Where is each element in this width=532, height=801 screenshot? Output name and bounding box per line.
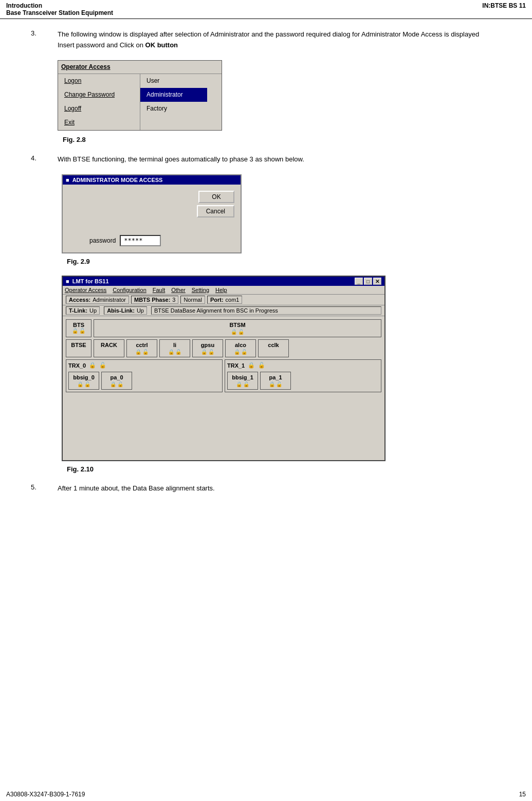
trx0-panel: TRX_0 🔒 🔓 bbsig_0 🔒 🔓 — [66, 359, 223, 392]
bbsig0-icons: 🔒 🔓 — [77, 381, 90, 387]
fig210-access-value: Administrator — [93, 297, 126, 303]
fig210-normal-cell: Normal — [180, 296, 205, 304]
fig210-db-text: BTSE DataBase Alignment from BSC in Prog… — [154, 307, 278, 314]
alco-box: alco 🔒 🔓 — [225, 339, 256, 357]
trx0-lock-icon: 🔒 — [89, 362, 96, 369]
fig210-menu-operator-access[interactable]: Operator Access — [65, 287, 106, 293]
bts-icons: 🔒 🔓 — [72, 328, 85, 334]
li-icons: 🔒 🔓 — [168, 349, 181, 355]
btsm-lock-icon: 🔒 — [231, 329, 237, 335]
li-label: li — [173, 342, 176, 348]
fig210-titlebar-controls: _ □ ✕ — [355, 278, 381, 285]
fig210-link-bar: T-Link: Up Abis-Link: Up BTSE DataBase A… — [63, 305, 384, 316]
fig210-mbts-cell: MBTS Phase: 3 — [131, 296, 178, 304]
step-3-text1: The following window is displayed after … — [58, 30, 479, 38]
trx0-sub-row: bbsig_0 🔒 🔓 pa_0 🔒 — [68, 372, 220, 390]
fig210-menu-fault[interactable]: Fault — [153, 287, 165, 293]
fig210-status-bar: Access: Administrator MBTS Phase: 3 Norm… — [63, 295, 384, 305]
bbsig0-lock-icon: 🔒 — [77, 381, 83, 387]
fig210-menu-setting[interactable]: Setting — [192, 287, 209, 293]
fig210-titlebar-icon: ■ — [66, 278, 69, 284]
fig28-logoff[interactable]: Logoff — [58, 102, 140, 116]
step-3-number: 3. — [31, 29, 47, 149]
li-lock-icon: 🔒 — [168, 349, 174, 355]
equipment-grid: BTS 🔒 🔓 BTSM 🔒 🔓 — [66, 319, 381, 425]
bbsig1-label: bbsig_1 — [232, 374, 253, 380]
bts-unlock-icon: 🔓 — [79, 328, 85, 334]
fig28-logon[interactable]: Logon — [58, 74, 140, 88]
header-right-title: IN:BTSE BS 11 — [482, 2, 526, 16]
fig29-titlebar: ■ ADMINISTRATOR MODE ACCESS — [63, 175, 241, 185]
page-header: Introduction Base Transceiver Station Eq… — [0, 0, 532, 19]
step-4-text-content: With BTSE functioning, the terminal goes… — [58, 155, 304, 163]
trx0-label: TRX_0 — [68, 362, 86, 369]
step-4-number: 4. — [31, 154, 47, 165]
fig29-buttons: OK Cancel — [69, 191, 234, 220]
pa1-box: pa_1 🔒 🔓 — [260, 372, 291, 390]
rack-box: RACK — [94, 339, 124, 357]
step-3-text2-bold: OK button — [145, 41, 178, 49]
bbsig1-lock-icon: 🔒 — [236, 381, 242, 387]
fig210-menubar: Operator Access Configuration Fault Othe… — [63, 286, 384, 295]
trx1-lock-icon: 🔒 — [248, 362, 255, 369]
trx1-header: TRX_1 🔒 🔓 — [227, 362, 379, 369]
fig210-access-cell: Access: Administrator — [66, 296, 129, 304]
figure-2-10-wrap: ■ LMT for BS11 _ □ ✕ Operator Access Con… — [62, 276, 501, 473]
step-3-text2: Insert password and Click on — [58, 41, 145, 49]
fig28-exit[interactable]: Exit — [58, 116, 140, 130]
fig29-body: OK Cancel password ***** — [63, 185, 241, 252]
fig210-mbts-value: 3 — [172, 297, 175, 303]
fig210-title: LMT for BS11 — [72, 278, 109, 284]
btsm-unlock-icon: 🔓 — [238, 329, 244, 335]
fig210-port-label: Port: — [210, 297, 224, 303]
fig29-admin-dialog: ■ ADMINISTRATOR MODE ACCESS OK Cancel pa… — [62, 174, 242, 253]
fig29-password-field[interactable]: ***** — [120, 235, 161, 246]
fig210-menu-other[interactable]: Other — [171, 287, 186, 293]
step-5: 5. After 1 minute about, the Data Base a… — [31, 483, 501, 494]
fig29-ok-button[interactable]: OK — [198, 191, 234, 203]
trx1-unlock-icon: 🔓 — [258, 362, 265, 369]
gpsu-label: gpsu — [201, 342, 214, 348]
btse-row: BTSE RACK cctrl 🔒 🔓 — [66, 339, 381, 357]
alco-label: alco — [235, 342, 246, 348]
fig210-db-cell: BTSE DataBase Alignment from BSC in Prog… — [151, 306, 381, 315]
cctrl-lock-icon: 🔒 — [135, 349, 141, 355]
fig29-cancel-button[interactable]: Cancel — [197, 205, 234, 217]
cctrl-icons: 🔒 🔓 — [135, 349, 149, 355]
fig210-minimize-button[interactable]: _ — [355, 278, 363, 285]
gpsu-lock-icon: 🔒 — [201, 349, 207, 355]
btsm-label: BTSM — [229, 322, 245, 328]
step-4: 4. With BTSE functioning, the terminal g… — [31, 154, 501, 165]
trx1-sub-row: bbsig_1 🔒 🔓 pa_1 🔒 — [227, 372, 379, 390]
fig28-change-password[interactable]: Change Password — [58, 88, 140, 102]
cctrl-box: cctrl 🔒 🔓 — [126, 339, 157, 357]
cctrl-unlock-icon: 🔓 — [142, 349, 149, 355]
header-title: Introduction — [6, 2, 42, 9]
fig210-normal-value: Normal — [184, 297, 201, 303]
fig28-factory[interactable]: Factory — [140, 102, 207, 116]
figure-2-8-wrap: Operator Access Logon Change Password Lo… — [58, 60, 479, 145]
bts-label: BTS — [73, 322, 84, 328]
fig210-menu-configuration[interactable]: Configuration — [113, 287, 146, 293]
fig28-user[interactable]: User — [140, 74, 207, 88]
fig210-menu-help[interactable]: Help — [215, 287, 227, 293]
fig210-close-button[interactable]: ✕ — [373, 278, 381, 285]
pa0-unlock-icon: 🔓 — [117, 381, 123, 387]
cclk-label: cclk — [268, 342, 279, 348]
fig210-tlink-label: T-Link: — [69, 307, 87, 314]
btsm-box: BTSM 🔒 🔓 — [94, 319, 381, 337]
pa1-lock-icon: 🔒 — [269, 381, 275, 387]
step-3: 3. The following window is displayed aft… — [31, 29, 501, 149]
pa0-label: pa_0 — [110, 374, 123, 380]
fig210-empty-space — [66, 394, 381, 425]
pa1-unlock-icon: 🔓 — [276, 381, 282, 387]
gpsu-icons: 🔒 🔓 — [201, 349, 214, 355]
fig28-menu-left: Logon Change Password Logoff Exit — [58, 74, 140, 130]
fig210-port-value: com1 — [226, 297, 240, 303]
trx0-header: TRX_0 🔒 🔓 — [68, 362, 220, 369]
trx-section: TRX_0 🔒 🔓 bbsig_0 🔒 🔓 — [66, 359, 381, 392]
fig210-maximize-button[interactable]: □ — [364, 278, 372, 285]
fig29-password-row: password ***** — [89, 235, 234, 246]
fig28-administrator[interactable]: Administrator — [140, 88, 207, 102]
fig210-abis-value: Up — [137, 307, 144, 314]
